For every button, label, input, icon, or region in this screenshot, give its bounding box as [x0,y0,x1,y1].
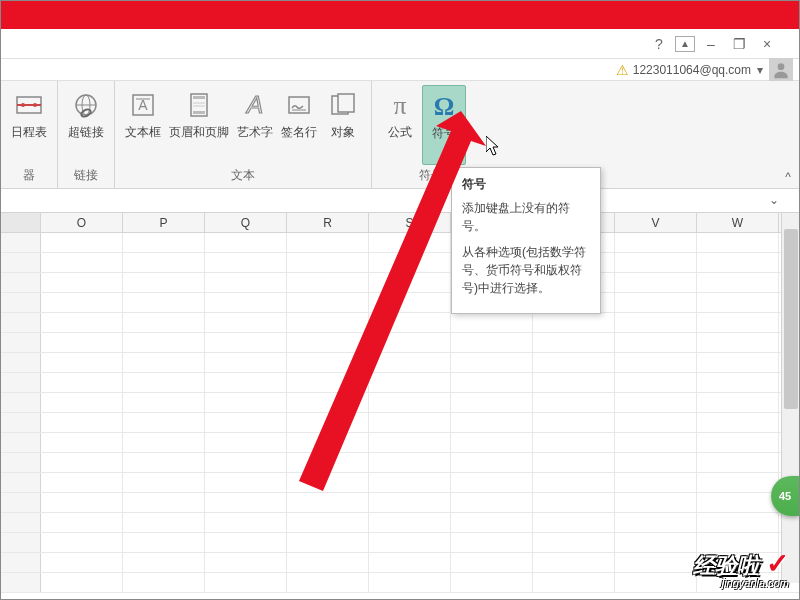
tooltip-title: 符号 [462,176,590,193]
ribbon-collapse-button[interactable]: ^ [785,170,791,184]
symbol-button[interactable]: Ω 符号 [422,85,466,165]
textbox-icon: A [127,89,159,121]
tooltip-line: 从各种选项(包括数学符号、货币符号和版权符号)中进行选择。 [462,243,590,297]
symbol-icon: Ω [428,90,460,122]
svg-rect-18 [289,97,309,113]
minimize-button[interactable]: – [699,34,723,54]
header-footer-button[interactable]: 页眉和页脚 [165,85,233,165]
help-button[interactable]: ? [647,34,671,54]
signature-icon [283,89,315,121]
col-header[interactable]: S [369,213,451,232]
col-header[interactable]: V [615,213,697,232]
svg-text:Ω: Ω [434,92,455,121]
red-banner [1,1,799,29]
textbox-button[interactable]: A 文本框 [121,85,165,165]
ribbon-group-text: A 文本框 页眉和页脚 A 艺术字 签名行 [115,81,372,188]
svg-rect-14 [193,111,205,114]
group-label: 文本 [231,165,255,186]
chevron-down-icon: ▾ [757,63,763,77]
tooltip-line: 添加键盘上没有的符号。 [462,199,590,235]
svg-rect-21 [338,94,354,112]
restore-button[interactable]: ❐ [727,34,751,54]
svg-text:A: A [245,91,263,118]
equation-button[interactable]: π 公式 [378,85,422,165]
col-header[interactable]: R [287,213,369,232]
svg-point-0 [778,63,785,70]
watermark: 经验啦 ✓ jingyanla.com [693,547,789,589]
timeline-button[interactable]: 日程表 [7,85,51,165]
col-header[interactable]: W [697,213,779,232]
svg-text:π: π [394,91,407,120]
group-label: 器 [23,165,35,186]
svg-rect-13 [193,96,205,99]
ribbon-group-links: 超链接 链接 [58,81,115,188]
close-button[interactable]: × [755,34,779,54]
svg-point-3 [21,103,25,107]
titlebar: ? ▲ – ❐ × [1,29,799,59]
ribbon-group-timeline: 日程表 器 [1,81,58,188]
col-header[interactable]: O [41,213,123,232]
ribbon-options-button[interactable]: ▲ [675,36,695,52]
group-label: 链接 [74,165,98,186]
watermark-text: 经验啦 [693,553,759,578]
user-email: 1223011064@qq.com [633,63,751,77]
object-button[interactable]: 对象 [321,85,365,165]
vertical-scrollbar[interactable] [781,213,799,583]
warning-icon: ⚠ [616,62,629,78]
equation-icon: π [384,89,416,121]
signature-button[interactable]: 签名行 [277,85,321,165]
spreadsheet: ⌄ O P Q R S T U V W [1,189,799,593]
hyperlink-button[interactable]: 超链接 [64,85,108,165]
formula-expand-button[interactable]: ⌄ [769,193,779,207]
timeline-icon [13,89,45,121]
user-account[interactable]: ⚠ 1223011064@qq.com ▾ [616,58,793,82]
header-footer-icon [183,89,215,121]
col-header[interactable]: Q [205,213,287,232]
column-headers: O P Q R S T U V W [1,213,799,233]
hyperlink-icon [70,89,102,121]
checkmark-icon: ✓ [766,548,789,579]
group-label: 符号 [419,165,443,186]
formula-bar[interactable]: ⌄ [1,189,799,213]
avatar [769,58,793,82]
wordart-icon: A [239,89,271,121]
scrollbar-thumb[interactable] [784,229,798,409]
svg-point-4 [33,103,37,107]
cell-grid[interactable] [1,233,799,593]
wordart-button[interactable]: A 艺术字 [233,85,277,165]
select-all-corner[interactable] [1,213,41,232]
symbol-tooltip: 符号 添加键盘上没有的符号。 从各种选项(包括数学符号、货币符号和版权符号)中进… [451,167,601,314]
col-header[interactable]: P [123,213,205,232]
ribbon: 日程表 器 超链接 链接 A 文本框 [1,81,799,189]
object-icon [327,89,359,121]
